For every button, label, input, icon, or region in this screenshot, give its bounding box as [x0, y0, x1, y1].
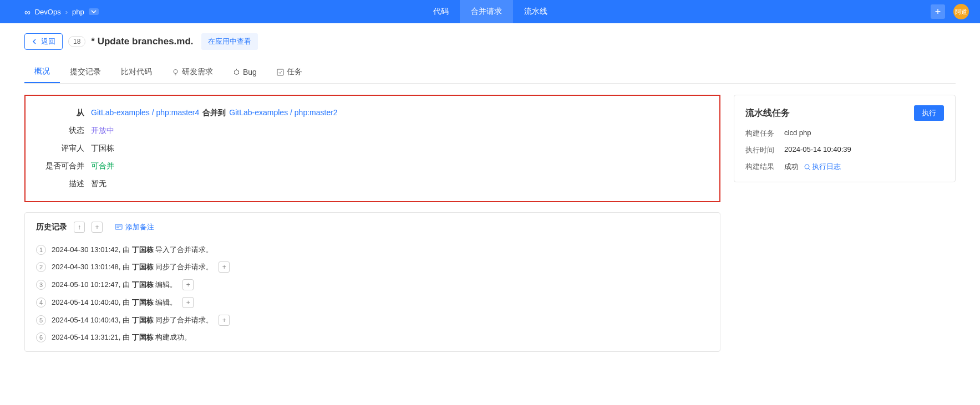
chevron-down-icon	[91, 9, 97, 14]
mergeable-value: 可合并	[91, 161, 114, 171]
history-item: 12024-04-30 13:01:42, 由 丁国栋 导入了合并请求。	[36, 242, 709, 258]
top-bar: ∞ DevOps › php 代码 合并请求 流水线 + 阿道	[0, 0, 980, 23]
sub-header: 返回 18 * Update branches.md. 在应用中查看	[0, 23, 980, 50]
info-box: 从 GitLab-examples / php:master4 合并到 GitL…	[24, 95, 720, 202]
nav-pipelines[interactable]: 流水线	[513, 0, 558, 23]
expand-item-button[interactable]: +	[219, 262, 230, 273]
exec-time-value: 2024-05-14 10:40:39	[784, 145, 944, 155]
svg-point-0	[174, 69, 177, 73]
arrow-left-icon	[32, 38, 38, 45]
add-note-button[interactable]: 添加备注	[115, 222, 154, 232]
history-number: 4	[36, 298, 46, 307]
build-task-label: 构建任务	[745, 129, 784, 139]
build-result-label: 构建结果	[745, 162, 784, 172]
tab-overview[interactable]: 概况	[24, 61, 60, 83]
history-item: 32024-05-10 10:12:47, 由 丁国栋 编辑。+	[36, 276, 709, 294]
history-text: 2024-04-30 13:01:48, 由 丁国栋 同步了合并请求。	[52, 262, 213, 272]
history-title: 历史记录	[36, 222, 67, 232]
history-list: 12024-04-30 13:01:42, 由 丁国栋 导入了合并请求。2202…	[36, 242, 709, 346]
to-branch[interactable]: GitLab-examples / php:master2	[229, 108, 337, 117]
history-text: 2024-04-30 13:01:42, 由 丁国栋 导入了合并请求。	[52, 245, 213, 255]
history-item: 52024-05-14 10:40:43, 由 丁国栋 同步了合并请求。+	[36, 311, 709, 329]
history-header: 历史记录 ↑ + 添加备注	[36, 222, 709, 233]
history-number: 5	[36, 315, 46, 325]
history-text: 2024-05-10 10:12:47, 由 丁国栋 编辑。	[52, 280, 177, 290]
svg-point-1	[235, 70, 239, 74]
page-title: * Update branches.md.	[91, 36, 193, 47]
left-column: 从 GitLab-examples / php:master4 合并到 GitL…	[24, 95, 720, 352]
history-text: 2024-05-14 10:40:43, 由 丁国栋 同步了合并请求。	[52, 315, 213, 325]
history-number: 6	[36, 332, 46, 342]
content: 从 GitLab-examples / php:master4 合并到 GitL…	[0, 84, 980, 363]
bug-icon	[233, 69, 240, 76]
search-icon	[804, 164, 811, 171]
exec-time-label: 执行时间	[745, 145, 784, 155]
tab-tasks[interactable]: 任务	[267, 61, 312, 83]
pipeline-box: 流水线任务 执行 构建任务 cicd php 执行时间 2024-05-14 1…	[734, 95, 956, 182]
project-dropdown[interactable]	[89, 8, 99, 15]
mergeable-label: 是否可合并	[35, 161, 84, 171]
add-button[interactable]: +	[931, 4, 945, 19]
tab-commits[interactable]: 提交记录	[60, 61, 111, 83]
expand-item-button[interactable]: +	[182, 297, 194, 308]
breadcrumb: ∞ DevOps › php	[24, 7, 99, 17]
expand-item-button[interactable]: +	[219, 315, 230, 326]
reviewer-value: 丁国栋	[91, 143, 114, 153]
history-number: 3	[36, 280, 46, 290]
right-column: 流水线任务 执行 构建任务 cicd php 执行时间 2024-05-14 1…	[734, 95, 956, 182]
history-item: 42024-05-14 10:40:40, 由 丁国栋 编辑。+	[36, 294, 709, 311]
svg-rect-3	[115, 224, 122, 229]
back-button[interactable]: 返回	[24, 33, 63, 50]
pipeline-title: 流水线任务	[745, 107, 790, 119]
expand-button[interactable]: +	[92, 222, 103, 233]
breadcrumb-separator: ›	[65, 8, 68, 16]
from-label: 从	[35, 108, 84, 118]
nav-code[interactable]: 代码	[422, 0, 460, 23]
collapse-button[interactable]: ↑	[74, 222, 85, 233]
lightbulb-icon	[172, 69, 179, 76]
mr-id: 18	[68, 36, 85, 47]
history-box: 历史记录 ↑ + 添加备注 12024-04-30 13:01:42, 由 丁国…	[24, 212, 720, 352]
desc-label: 描述	[35, 179, 84, 189]
app-view-button[interactable]: 在应用中查看	[201, 33, 258, 50]
history-text: 2024-05-14 10:40:40, 由 丁国栋 编辑。	[52, 298, 177, 307]
devops-icon: ∞	[24, 7, 31, 17]
history-item: 22024-04-30 13:01:48, 由 丁国栋 同步了合并请求。+	[36, 258, 709, 276]
status-label: 状态	[35, 126, 84, 136]
history-number: 2	[36, 262, 46, 272]
brand-name[interactable]: DevOps	[35, 8, 61, 16]
to-label: 合并到	[202, 108, 226, 118]
nav-merge-requests[interactable]: 合并请求	[460, 0, 513, 23]
tab-bug[interactable]: Bug	[223, 61, 267, 83]
reviewer-label: 评审人	[35, 143, 84, 153]
exec-log-link[interactable]: 执行日志	[804, 162, 841, 171]
history-item: 62024-05-14 13:31:21, 由 丁国栋 构建成功。	[36, 329, 709, 346]
project-name[interactable]: php	[72, 8, 84, 16]
svg-rect-2	[277, 69, 283, 75]
top-nav: 代码 合并请求 流水线	[422, 0, 558, 23]
history-text: 2024-05-14 13:31:21, 由 丁国栋 构建成功。	[52, 332, 191, 342]
from-branch[interactable]: GitLab-examples / php:master4	[91, 108, 199, 117]
tab-diff[interactable]: 比对代码	[111, 61, 162, 83]
tab-requirements[interactable]: 研发需求	[162, 61, 223, 83]
history-number: 1	[36, 245, 46, 255]
desc-value: 暂无	[91, 179, 106, 189]
avatar[interactable]: 阿道	[953, 4, 969, 19]
note-icon	[115, 223, 123, 231]
build-result-value: 成功 执行日志	[784, 162, 944, 172]
expand-item-button[interactable]: +	[182, 279, 194, 290]
execute-button[interactable]: 执行	[914, 105, 944, 121]
checkbox-icon	[277, 69, 284, 76]
tabs: 概况 提交记录 比对代码 研发需求 Bug 任务	[24, 61, 956, 84]
svg-point-4	[805, 165, 809, 169]
build-task-value: cicd php	[784, 129, 944, 139]
status-value: 开放中	[91, 126, 114, 136]
top-right: + 阿道	[931, 4, 969, 19]
